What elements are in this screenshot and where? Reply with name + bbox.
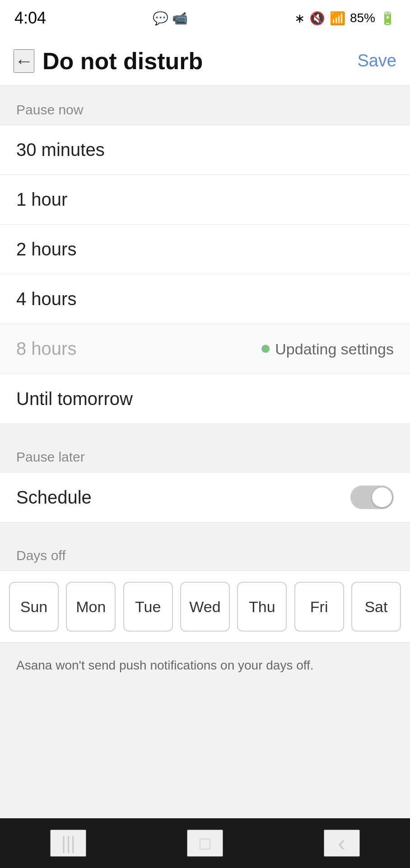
bottom-nav: ||| □ ‹ (0, 818, 410, 868)
home-icon: □ (200, 833, 210, 854)
list-item[interactable]: 4 hours (0, 274, 410, 324)
back-nav-icon: ‹ (338, 830, 345, 857)
home-button[interactable]: □ (187, 830, 223, 857)
day-fri[interactable]: Fri (294, 582, 344, 632)
list-item[interactable]: 30 minutes (0, 125, 410, 175)
status-bar: 4:04 💬 📹 ∗ 🔇 📶 85% 🔋 (0, 0, 410, 36)
pause-now-label: Pause now (0, 86, 410, 125)
day-wed[interactable]: Wed (180, 582, 230, 632)
messenger-icon: 💬 (153, 11, 168, 26)
battery-icon: 🔋 (380, 11, 396, 26)
schedule-row-container: Schedule (0, 472, 410, 523)
list-item[interactable]: 1 hour (0, 175, 410, 225)
mute-icon: 🔇 (309, 11, 325, 26)
page-title: Do not disturb (42, 47, 203, 75)
page-header: ← Do not disturb Save (0, 36, 410, 86)
list-item[interactable]: 2 hours (0, 225, 410, 274)
list-item[interactable]: Until tomorrow (0, 374, 410, 424)
day-mon[interactable]: Mon (66, 582, 116, 632)
updating-overlay: Updating settings (261, 340, 394, 358)
battery-percent: 85% (350, 11, 375, 25)
bluetooth-icon: ∗ (294, 11, 305, 26)
day-tue[interactable]: Tue (123, 582, 173, 632)
back-button[interactable]: ← (14, 49, 34, 73)
section-gap-1 (0, 424, 410, 433)
schedule-row: Schedule (0, 472, 410, 522)
recent-apps-icon: ||| (61, 833, 75, 854)
day-sat[interactable]: Sat (351, 582, 401, 632)
status-right-icons: ∗ 🔇 📶 85% 🔋 (294, 11, 396, 26)
schedule-toggle[interactable] (350, 486, 394, 509)
wifi-icon: 📶 (330, 11, 345, 26)
header-left: ← Do not disturb (14, 47, 203, 75)
status-center-icons: 💬 📹 (153, 11, 188, 26)
days-off-note: Asana won't send push notifications on y… (0, 643, 410, 688)
day-thu[interactable]: Thu (237, 582, 287, 632)
status-time: 4:04 (14, 9, 46, 28)
day-sun[interactable]: Sun (9, 582, 59, 632)
days-off-label: Days off (0, 532, 410, 571)
schedule-label: Schedule (16, 487, 92, 508)
pause-later-label: Pause later (0, 433, 410, 472)
updating-dot (261, 345, 270, 353)
list-item-8hours[interactable]: 8 hours Updating settings (0, 324, 410, 374)
days-container: Sun Mon Tue Wed Thu Fri Sat (0, 571, 410, 643)
section-gap-2 (0, 523, 410, 532)
recent-apps-button[interactable]: ||| (50, 830, 86, 857)
pause-now-list: 30 minutes 1 hour 2 hours 4 hours 8 hour… (0, 125, 410, 424)
main-content: Pause now 30 minutes 1 hour 2 hours 4 ho… (0, 86, 410, 818)
back-nav-button[interactable]: ‹ (324, 830, 360, 857)
toggle-thumb (372, 487, 392, 507)
video-icon: 📹 (172, 11, 188, 26)
save-button[interactable]: Save (357, 51, 396, 71)
